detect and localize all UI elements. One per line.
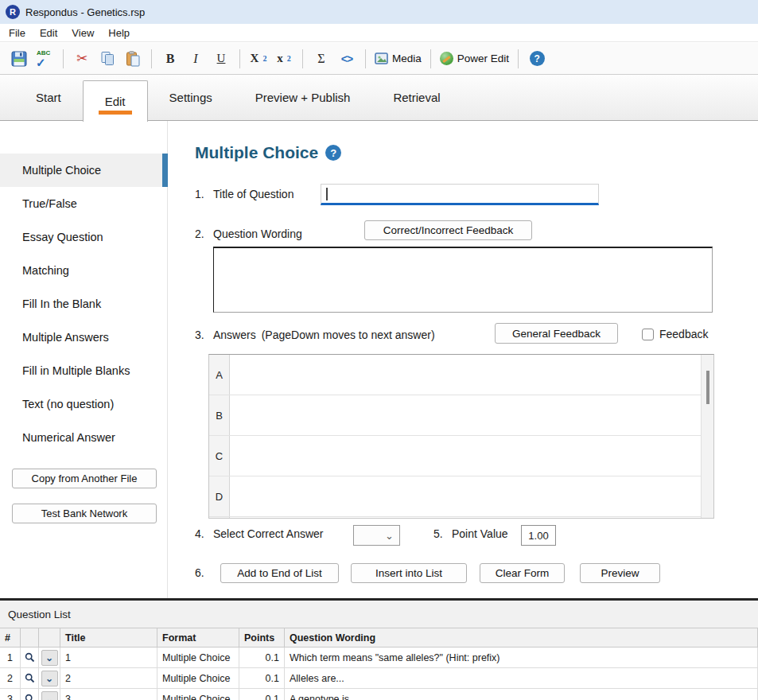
sidebar-item-fill-in-the-blank[interactable]: Fill In the Blank — [0, 287, 167, 321]
html-code-button[interactable]: <> — [334, 47, 360, 71]
toolbar-separator — [518, 49, 519, 68]
magnifier-button[interactable] — [21, 668, 39, 689]
tab-retrieval[interactable]: Retrieval — [371, 75, 461, 120]
answer-input-b[interactable] — [230, 395, 713, 435]
add-to-end-of-list-button[interactable]: Add to End of List — [220, 563, 339, 583]
sidebar-item-text-no-question[interactable]: Text (no question) — [0, 387, 167, 421]
tab-settings[interactable]: Settings — [148, 75, 234, 120]
answer-row-b: B — [209, 395, 713, 436]
test-bank-network-button[interactable]: Test Bank Network — [12, 504, 157, 523]
copy-icon — [100, 51, 115, 66]
row-title: 2 — [60, 668, 157, 689]
paste-button[interactable] — [120, 47, 146, 71]
menu-help[interactable]: Help — [101, 25, 137, 41]
italic-button[interactable]: I — [183, 47, 208, 71]
tab-edit[interactable]: Edit — [83, 80, 148, 122]
feedback-checkbox[interactable] — [642, 329, 654, 340]
copy-button[interactable] — [95, 47, 120, 71]
sidebar-item-multiple-answers[interactable]: Multiple Answers — [0, 321, 167, 354]
magnifier-icon — [25, 694, 35, 700]
correct-incorrect-feedback-button[interactable]: Correct/Incorrect Feedback — [364, 220, 532, 240]
insert-into-list-button[interactable]: Insert into List — [351, 563, 467, 583]
media-icon — [375, 52, 388, 64]
point-value-input[interactable]: 1.00 — [521, 525, 556, 546]
selected-item-bar — [162, 154, 168, 187]
menu-file[interactable]: File — [2, 25, 33, 41]
magnifier-button[interactable] — [21, 689, 39, 700]
magnifier-button[interactable] — [21, 648, 39, 668]
equation-button[interactable]: Σ — [309, 47, 334, 71]
menu-bar: File Edit View Help — [0, 24, 758, 42]
sidebar-item-matching[interactable]: Matching — [0, 254, 167, 287]
menu-edit[interactable]: Edit — [33, 25, 64, 41]
answer-input-a[interactable] — [230, 355, 713, 395]
correct-answer-dropdown[interactable]: ⌄ — [353, 525, 400, 546]
help-button[interactable]: ? — [524, 47, 550, 71]
toolbar-separator — [63, 49, 64, 68]
magnifier-icon — [25, 673, 35, 683]
text-caret — [326, 188, 328, 200]
sidebar-item-true-false[interactable]: True/False — [0, 187, 167, 220]
sidebar-item-numerical-answer[interactable]: Numerical Answer — [0, 421, 167, 454]
sidebar-item-essay-question[interactable]: Essay Question — [0, 220, 167, 254]
question-wording-textarea[interactable] — [213, 247, 713, 313]
row-title: 3 — [60, 689, 157, 700]
answers-scrollbar-thumb[interactable] — [706, 371, 709, 404]
save-button[interactable] — [6, 47, 32, 71]
answer-letter-b: B — [209, 395, 230, 435]
question-row-1[interactable]: 1 ⌄ 1 Multiple Choice 0.1 Which term mea… — [0, 648, 758, 668]
col-preview — [21, 628, 39, 648]
preview-button[interactable]: Preview — [580, 563, 660, 583]
row-number: 2 — [0, 668, 21, 689]
col-question-wording: Question Wording — [285, 628, 758, 648]
heading-help-icon[interactable]: ? — [325, 145, 341, 161]
row-number: 3 — [0, 689, 21, 700]
toolbar-separator — [151, 49, 152, 68]
cut-button[interactable]: ✂ — [69, 47, 95, 71]
toolbar: ABC ✓ ✂ B I U X2 x2 Σ <> M — [0, 43, 758, 75]
row-menu-button[interactable]: ⌄ — [39, 689, 60, 700]
tab-preview-publish[interactable]: Preview + Publish — [234, 75, 372, 120]
title-of-question-input[interactable] — [321, 184, 599, 205]
chevron-down-icon: ⌄ — [45, 674, 53, 683]
power-edit-button[interactable]: Power Edit — [437, 47, 512, 71]
answer-input-d[interactable] — [230, 476, 713, 516]
answer-row-a: A — [209, 355, 713, 395]
media-button[interactable]: Media — [371, 47, 425, 71]
superscript-button[interactable]: x2 — [271, 47, 297, 71]
general-feedback-button[interactable]: General Feedback — [495, 323, 618, 344]
bold-button[interactable]: B — [157, 47, 183, 71]
row-menu-button[interactable]: ⌄ — [39, 668, 60, 689]
point-value-label: 5. Point Value — [433, 527, 508, 540]
answer-letter-a: A — [209, 355, 230, 395]
question-row-2[interactable]: 2 ⌄ 2 Multiple Choice 0.1 Alleles are... — [0, 668, 758, 689]
col-format: Format — [157, 628, 239, 648]
sidebar-item-multiple-choice[interactable]: Multiple Choice — [0, 154, 167, 187]
answer-input-e[interactable] — [230, 517, 713, 519]
copy-from-another-file-button[interactable]: Copy from Another File — [12, 469, 157, 488]
row-wording: A genotype is... — [285, 689, 758, 700]
question-row-3[interactable]: 3 ⌄ 3 Multiple Choice 0.1 A genotype is.… — [0, 689, 758, 700]
row-title: 1 — [60, 648, 157, 668]
tab-start[interactable]: Start — [14, 75, 83, 120]
question-list-table: # Title Format Points Question Wording 1… — [0, 628, 758, 700]
save-icon — [11, 51, 27, 67]
row-format: Multiple Choice — [157, 689, 239, 700]
spellcheck-button[interactable]: ABC ✓ — [32, 47, 57, 71]
magnifier-icon — [25, 652, 35, 663]
row-menu-button[interactable]: ⌄ — [39, 648, 60, 668]
row-number: 1 — [0, 648, 21, 668]
answers-scrollbar[interactable] — [701, 355, 713, 518]
clear-form-button[interactable]: Clear Form — [480, 563, 565, 583]
underline-button[interactable]: U — [208, 47, 234, 71]
toolbar-separator — [365, 49, 366, 68]
sidebar-item-fill-in-multiple-blanks[interactable]: Fill in Multiple Blanks — [0, 354, 167, 387]
toolbar-separator — [239, 49, 240, 68]
answer-input-c[interactable] — [230, 436, 713, 476]
menu-view[interactable]: View — [64, 25, 101, 41]
power-edit-icon — [440, 52, 453, 65]
subscript-button[interactable]: X2 — [246, 47, 271, 71]
page-title: Multiple Choice ? — [195, 143, 341, 162]
answer-letter-c: C — [209, 436, 230, 476]
window-title: Respondus - Genetics.rsp — [25, 6, 145, 18]
